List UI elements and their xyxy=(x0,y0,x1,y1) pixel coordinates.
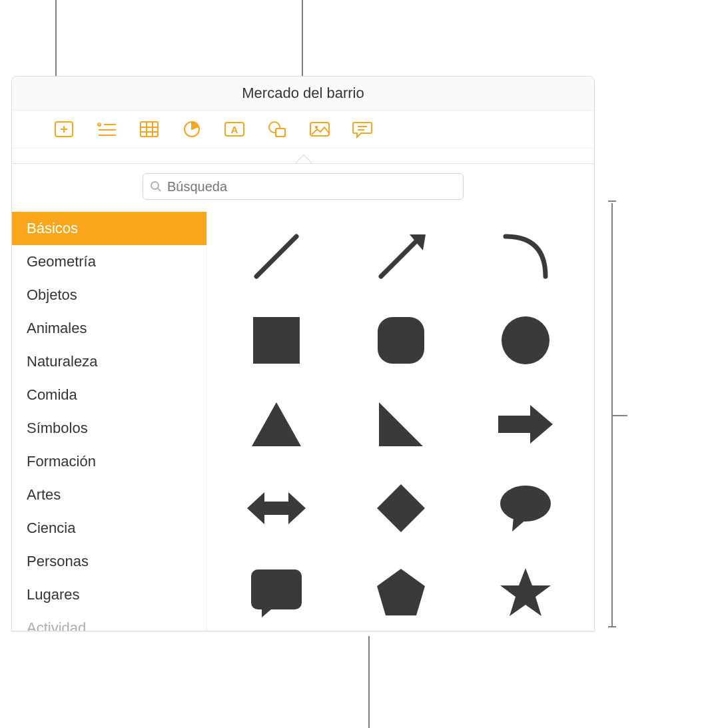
image-icon xyxy=(309,121,330,138)
line-icon xyxy=(246,226,306,286)
svg-point-20 xyxy=(315,126,318,129)
svg-line-26 xyxy=(381,241,416,276)
callout-tick xyxy=(608,200,616,202)
svg-marker-32 xyxy=(379,402,423,446)
insert-image-button[interactable] xyxy=(308,117,332,141)
svg-marker-38 xyxy=(377,569,425,615)
svg-rect-29 xyxy=(378,317,424,364)
svg-line-24 xyxy=(158,188,161,191)
list-plus-icon: + xyxy=(96,121,117,138)
category-artes[interactable]: Artes xyxy=(12,478,206,512)
svg-text:+: + xyxy=(98,121,101,127)
rounded-square-shape[interactable] xyxy=(338,298,463,382)
svg-marker-35 xyxy=(377,484,425,532)
star-icon xyxy=(498,565,553,619)
category-ciencia[interactable]: Ciencia xyxy=(12,512,206,545)
insert-chart-button[interactable] xyxy=(180,117,204,141)
svg-rect-17 xyxy=(276,129,285,137)
category-geometria[interactable]: Geometría xyxy=(12,245,206,278)
callout-square-icon xyxy=(250,565,303,619)
search-field[interactable] xyxy=(143,173,464,200)
category-basicos[interactable]: Básicos xyxy=(12,212,206,245)
square-shape[interactable] xyxy=(214,298,338,382)
rounded-square-icon xyxy=(375,314,427,366)
triangle-shape[interactable] xyxy=(214,382,338,466)
search-wrap xyxy=(12,164,594,212)
toolbar: + A xyxy=(12,111,594,149)
right-triangle-icon xyxy=(375,398,427,450)
category-animales[interactable]: Animales xyxy=(12,312,206,345)
insert-list-button[interactable]: + xyxy=(95,117,119,141)
shapes-grid xyxy=(207,212,594,631)
category-comida[interactable]: Comida xyxy=(12,378,206,412)
callout-line xyxy=(368,636,370,728)
svg-marker-39 xyxy=(500,568,551,616)
double-arrow-shape[interactable] xyxy=(214,466,338,550)
svg-line-25 xyxy=(256,236,296,276)
textbox-icon: A xyxy=(224,121,245,138)
curve-icon xyxy=(496,226,555,286)
arrow-right-shape[interactable] xyxy=(463,382,587,466)
shapes-icon xyxy=(267,120,287,139)
title-bar: Mercado del barrio xyxy=(12,77,594,111)
callout-square-shape[interactable] xyxy=(214,550,338,631)
right-triangle-shape[interactable] xyxy=(338,382,463,466)
callout-line xyxy=(55,0,57,81)
app-window: Mercado del barrio + A xyxy=(11,76,595,631)
comment-icon xyxy=(352,120,372,139)
circle-shape[interactable] xyxy=(463,298,587,382)
shapes-popover: Básicos Geometría Objetos Animales Natur… xyxy=(12,163,594,631)
arrow-line-icon xyxy=(371,226,431,286)
svg-marker-34 xyxy=(247,492,306,524)
insert-comment-button[interactable] xyxy=(350,117,374,141)
callout-line xyxy=(302,0,303,81)
svg-marker-37 xyxy=(512,517,527,532)
category-lugares[interactable]: Lugares xyxy=(12,578,206,611)
category-simbolos[interactable]: Símbolos xyxy=(12,412,206,445)
pentagon-shape[interactable] xyxy=(338,550,463,631)
category-objetos[interactable]: Objetos xyxy=(12,278,206,312)
category-formacion[interactable]: Formación xyxy=(12,445,206,478)
table-icon xyxy=(139,121,159,138)
speech-bubble-shape[interactable] xyxy=(463,466,587,550)
pie-chart-icon xyxy=(182,120,201,139)
insert-text-button[interactable]: A xyxy=(222,117,246,141)
triangle-icon xyxy=(249,398,304,450)
search-input[interactable] xyxy=(166,179,456,195)
svg-point-36 xyxy=(500,486,551,522)
curve-shape[interactable] xyxy=(463,214,587,298)
svg-rect-8 xyxy=(141,122,158,137)
double-arrow-icon xyxy=(244,487,308,530)
insert-table-button[interactable] xyxy=(137,117,161,141)
svg-point-23 xyxy=(151,182,159,189)
svg-point-30 xyxy=(502,316,549,364)
svg-marker-33 xyxy=(498,405,553,444)
svg-text:A: A xyxy=(231,124,238,135)
line-shape[interactable] xyxy=(214,214,338,298)
diamond-shape[interactable] xyxy=(338,466,463,550)
callout-line xyxy=(611,415,627,416)
pentagon-icon xyxy=(374,566,428,618)
document-title: Mercado del barrio xyxy=(242,85,364,102)
category-personas[interactable]: Personas xyxy=(12,545,206,578)
search-icon xyxy=(150,181,162,192)
square-icon xyxy=(250,314,302,366)
callout-tick xyxy=(608,626,616,627)
category-actividad[interactable]: Actividad xyxy=(12,611,206,631)
category-naturaleza[interactable]: Naturaleza xyxy=(12,345,206,378)
category-sidebar: Básicos Geometría Objetos Animales Natur… xyxy=(12,212,207,631)
plus-rect-icon xyxy=(54,121,74,138)
diamond-icon xyxy=(374,482,428,535)
svg-marker-31 xyxy=(252,402,301,446)
arrow-line-shape[interactable] xyxy=(338,214,463,298)
speech-oval-icon xyxy=(498,484,553,533)
insert-shape-button[interactable] xyxy=(265,117,289,141)
svg-rect-28 xyxy=(253,317,300,364)
star-shape[interactable] xyxy=(463,550,587,631)
arrow-right-icon xyxy=(496,401,555,448)
add-slide-button[interactable] xyxy=(52,117,76,141)
circle-icon xyxy=(500,314,551,366)
